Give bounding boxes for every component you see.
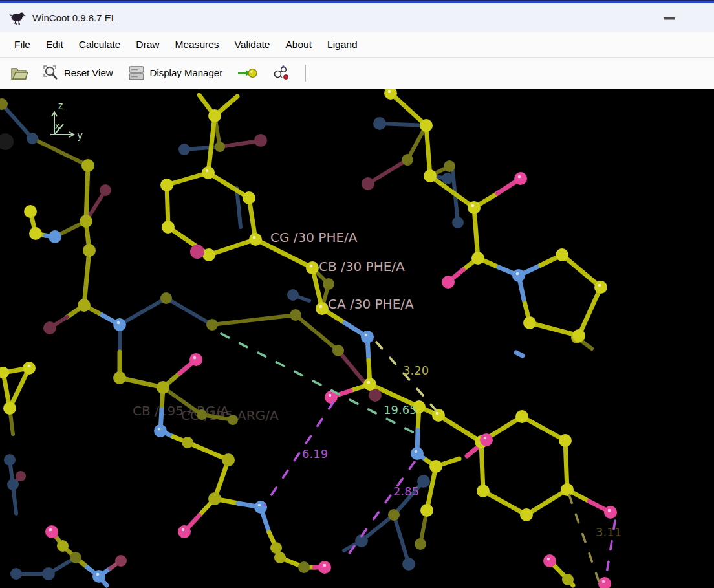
- display-manager-label: Display Manager: [150, 67, 223, 78]
- atom-label-ca-30-phe: CA /30 PHE/A: [328, 296, 414, 312]
- window-title: WinCoot 0.9.8.7 EL: [32, 12, 116, 23]
- axis-label-x: x: [54, 120, 60, 132]
- menu-draw[interactable]: Draw: [128, 36, 167, 53]
- molecule-atoms[interactable]: [0, 89, 617, 588]
- menubar: File Edit Calculate Draw Measures Valida…: [0, 32, 714, 57]
- ligand-builder-button[interactable]: [266, 61, 296, 85]
- minimize-button[interactable]: [658, 11, 680, 27]
- go-to-atom-button[interactable]: [232, 62, 263, 84]
- menu-calculate[interactable]: Calculate: [71, 36, 129, 53]
- distance-label-2.85: 2.85: [393, 485, 419, 498]
- reset-view-icon: [43, 65, 60, 82]
- dim-atom: [0, 133, 14, 150]
- open-folder-icon: [10, 65, 28, 82]
- axis-indicator: z x y: [50, 100, 83, 142]
- atom-label-cb-30-phe: CB /30 PHE/A: [319, 259, 405, 274]
- coot-bird-icon: [9, 11, 26, 25]
- atom-label-cg-30-phe: CG /30 PHE/A: [270, 230, 358, 245]
- display-manager-button[interactable]: Display Manager: [122, 61, 228, 85]
- wincoot-window: WinCoot 0.9.8.7 EL File Edit Calculate D…: [0, 0, 714, 588]
- toolbar-separator: [305, 65, 306, 82]
- menu-file[interactable]: File: [6, 36, 38, 53]
- distance-label-6.19: 6.19: [302, 447, 328, 461]
- axis-label-z: z: [58, 100, 63, 112]
- minimize-icon: [664, 17, 675, 20]
- menu-about[interactable]: About: [278, 36, 320, 53]
- reset-view-button[interactable]: Reset View: [38, 61, 118, 85]
- go-to-atom-icon: [237, 65, 257, 81]
- distance-label-3.11: 3.11: [596, 525, 622, 539]
- molecule-scene[interactable]: CB /195 ARG/A CG /195 ARG/A: [0, 89, 714, 588]
- open-coordinates-button[interactable]: [5, 61, 34, 85]
- axis-label-y: y: [77, 130, 83, 142]
- titlebar: WinCoot 0.9.8.7 EL: [0, 3, 714, 32]
- display-manager-icon: [127, 65, 146, 82]
- menu-edit[interactable]: Edit: [38, 36, 71, 53]
- molecule-icon: [272, 65, 291, 82]
- menu-ligand[interactable]: Ligand: [319, 36, 365, 53]
- toolbar: Reset View Display Manager: [0, 58, 714, 89]
- distance-label-3.20: 3.20: [403, 364, 429, 377]
- menu-measures[interactable]: Measures: [168, 36, 227, 53]
- menu-validate[interactable]: Validate: [227, 36, 278, 53]
- molecular-viewport[interactable]: CB /195 ARG/A CG /195 ARG/A: [0, 89, 714, 588]
- reset-view-label: Reset View: [64, 67, 113, 78]
- distance-label-19.65: 19.65: [384, 403, 417, 417]
- distance-line-3.11-a: [569, 495, 600, 585]
